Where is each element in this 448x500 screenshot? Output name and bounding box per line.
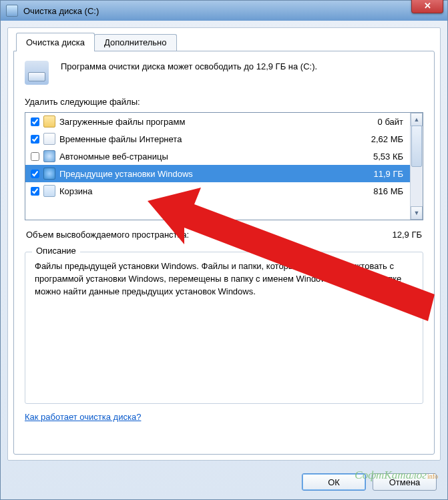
help-link[interactable]: Как работает очистка диска? — [25, 412, 141, 422]
ok-button[interactable]: ОК — [302, 473, 366, 491]
item-checkbox[interactable] — [31, 187, 39, 196]
close-button[interactable]: ✕ — [411, 0, 443, 13]
item-checkbox[interactable] — [31, 135, 39, 144]
description-group: Описание Файлы предыдущей установки Wind… — [25, 252, 423, 404]
scroll-thumb[interactable] — [411, 126, 422, 167]
tab-cleanup[interactable]: Очистка диска — [16, 33, 95, 51]
item-size: 2,62 МБ — [343, 134, 406, 144]
globe-icon — [43, 150, 55, 162]
list-item[interactable]: Временные файлы Интернета2,62 МБ — [25, 130, 410, 148]
cancel-button[interactable]: Отмена — [373, 473, 437, 491]
delete-files-label: Удалить следующие файлы: — [25, 97, 423, 107]
dialog-footer: ОК Отмена — [1, 465, 447, 499]
item-name: Предыдущие установки Windows — [59, 169, 343, 179]
tab-advanced[interactable]: Дополнительно — [94, 34, 177, 53]
item-checkbox[interactable] — [31, 152, 39, 161]
drive-icon — [25, 61, 49, 85]
scroll-up-button[interactable]: ▲ — [411, 113, 423, 126]
window-title: Очистка диска (C:) — [23, 6, 99, 16]
description-title: Описание — [32, 246, 80, 256]
titlebar[interactable]: Очистка диска (C:) ✕ — [1, 1, 447, 21]
item-name: Временные файлы Интернета — [59, 134, 343, 144]
summary-row: Программа очистки диска может освободить… — [25, 61, 423, 85]
list-item[interactable]: Автономные веб-страницы5,53 КБ — [25, 148, 410, 165]
dialog-disk-cleanup: Очистка диска (C:) ✕ Очистка диска Допол… — [0, 0, 448, 500]
item-name: Загруженные файлы программ — [59, 117, 343, 127]
total-value: 12,9 ГБ — [355, 230, 422, 240]
list-item[interactable]: Корзина816 МБ — [25, 182, 410, 200]
win-icon — [43, 168, 55, 180]
summary-text: Программа очистки диска может освободить… — [61, 61, 317, 73]
tab-strip: Очистка диска Дополнительно — [8, 28, 440, 51]
item-checkbox[interactable] — [31, 117, 39, 126]
item-checkbox[interactable] — [31, 170, 39, 178]
bin-icon — [43, 185, 55, 197]
files-listbox[interactable]: Загруженные файлы программ0 байтВременны… — [25, 112, 423, 220]
list-item[interactable]: Загруженные файлы программ0 байт — [25, 113, 410, 130]
total-row: Объем высвобождаемого пространства: 12,9… — [26, 230, 422, 240]
scroll-down-button[interactable]: ▼ — [411, 206, 423, 220]
item-size: 5,53 КБ — [343, 152, 406, 162]
total-label: Объем высвобождаемого пространства: — [26, 230, 355, 240]
folder-icon — [43, 115, 55, 128]
tab-page-cleanup: Программа очистки диска может освободить… — [13, 51, 435, 455]
page-icon — [43, 133, 55, 145]
item-size: 0 байт — [343, 117, 406, 127]
item-name: Корзина — [59, 186, 343, 196]
description-text: Файлы предыдущей установки Windows. Файл… — [35, 260, 413, 298]
item-name: Автономные веб-страницы — [59, 152, 343, 162]
help-row: Как работает очистка диска? — [25, 412, 423, 422]
scrollbar[interactable]: ▲ ▼ — [410, 113, 423, 220]
item-size: 11,9 ГБ — [343, 169, 406, 179]
item-size: 816 МБ — [343, 186, 406, 196]
app-icon — [6, 5, 18, 17]
client-area: Очистка диска Дополнительно Программа оч… — [7, 27, 441, 461]
list-item[interactable]: Предыдущие установки Windows11,9 ГБ — [25, 165, 410, 182]
